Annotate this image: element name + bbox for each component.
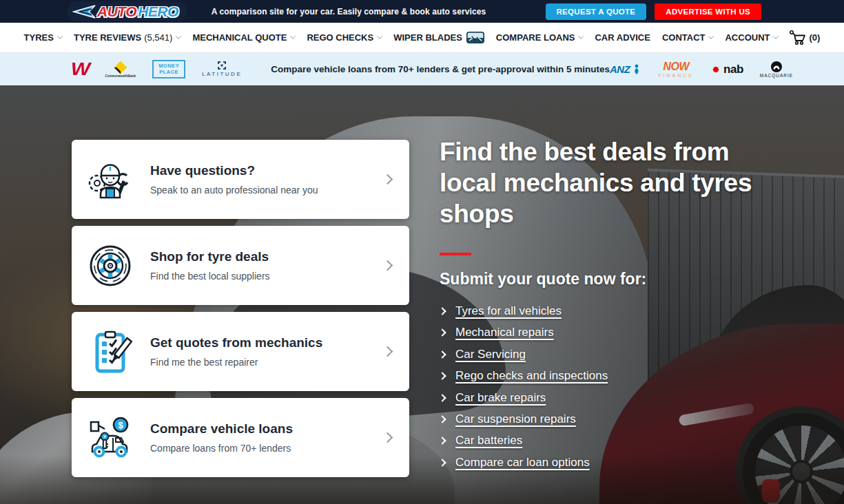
chevron-right-icon <box>382 346 393 357</box>
link-compare-car-loan-options[interactable]: Compare car loan options <box>455 456 590 470</box>
card-text: Get quotes from mechanics Find me the be… <box>150 335 322 368</box>
commonwealth-wordmark: CommonwealthBank <box>105 75 136 78</box>
card-tyre-deals[interactable]: Shop for tyre deals Find the best local … <box>72 226 409 305</box>
request-a-quote-button[interactable]: REQUEST A QUOTE <box>546 3 647 20</box>
chevron-right-icon <box>382 432 393 443</box>
link-rego-checks-and-inspections[interactable]: Rego checks and inspections <box>455 369 608 383</box>
hero-content: Find the best deals from local mechanics… <box>440 136 763 474</box>
link-car-batteries[interactable]: Car batteries <box>455 434 522 448</box>
card-text: Compare vehicle loans Compare loans from… <box>150 421 293 454</box>
list-item: Car suspension repairs <box>440 408 763 430</box>
link-mechanical-repairs[interactable]: Mechanical repairs <box>455 326 554 339</box>
card-title: Compare vehicle loans <box>150 421 293 437</box>
macquarie-arch-icon <box>771 61 782 72</box>
action-cards: Have questions? Speak to an auto profess… <box>72 140 409 477</box>
quote-links-list: Tyres for all vehicles Mechanical repair… <box>440 300 763 473</box>
latitude-icon <box>218 61 226 70</box>
clipboard-checklist-icon <box>88 330 132 374</box>
cart-button[interactable]: (0) <box>790 30 820 45</box>
finance-wordmark: FINANCE <box>658 73 694 78</box>
card-text: Have questions? Speak to an auto profess… <box>150 163 318 196</box>
loans-banner[interactable]: W CommonwealthBank MONEY PLACE <box>0 53 844 85</box>
nav-label: CAR ADVICE <box>595 32 650 43</box>
chevron-down-icon <box>377 33 382 39</box>
nav-item-compare-loans[interactable]: COMPARE LOANS <box>496 32 584 43</box>
card-compare-vehicle-loans[interactable]: $ Compare vehicle loans Compar <box>72 398 409 477</box>
chevron-down-icon <box>57 33 63 39</box>
nav-label: TYRES <box>24 32 54 43</box>
logo-text-auto: AUTO <box>97 3 136 20</box>
chevron-right-icon <box>438 415 446 423</box>
card-subtitle: Compare loans from 70+ lenders <box>150 443 293 454</box>
list-item: Car Servicing <box>440 344 763 365</box>
nav-item-rego-checks[interactable]: REGO CHECKS <box>307 32 382 43</box>
macquarie-logo: MACQUARIE <box>760 61 793 78</box>
main-navbar: TYRES TYRE REVIEWS(5,541) MECHANICAL QUO… <box>0 23 844 53</box>
tyre-icon <box>88 244 132 288</box>
moneyplace-line2: PLACE <box>159 69 178 75</box>
red-underline-bar <box>440 253 471 255</box>
card-quotes-from-mechanics[interactable]: Get quotes from mechanics Find me the be… <box>72 312 409 391</box>
advertise-with-us-button[interactable]: ADVERTISE WITH US <box>655 3 761 20</box>
car-loan-icon: $ <box>88 416 132 460</box>
chevron-down-icon <box>290 33 296 39</box>
anz-person-icon <box>632 64 641 75</box>
nav-item-account[interactable]: ACCOUNT <box>725 32 778 43</box>
chevron-down-icon <box>176 33 181 39</box>
nav-label: MECHANICAL QUOTE <box>192 32 287 43</box>
nab-star-icon <box>710 64 721 75</box>
link-car-servicing[interactable]: Car Servicing <box>455 348 526 361</box>
chevron-down-icon <box>578 33 584 39</box>
mechanic-icon <box>88 158 132 202</box>
card-subtitle: Find the best local suppliers <box>150 271 270 282</box>
card-title: Have questions? <box>150 163 318 178</box>
nav-label: COMPARE LOANS <box>496 32 575 43</box>
chevron-right-icon <box>438 350 446 358</box>
nab-logo: nab <box>710 63 743 76</box>
chevron-right-icon <box>382 174 393 185</box>
macquarie-wordmark: MACQUARIE <box>760 73 793 78</box>
nav-item-wiper-blades[interactable]: WIPER BLADES <box>393 32 484 43</box>
link-tyres-for-all-vehicles[interactable]: Tyres for all vehicles <box>455 304 562 318</box>
logo-text-hero: HERO <box>138 3 178 20</box>
card-title: Get quotes from mechanics <box>150 335 322 350</box>
card-subtitle: Find me the best repairer <box>150 357 322 368</box>
chevron-right-icon <box>438 372 446 380</box>
chevron-right-icon <box>382 260 393 271</box>
nav-item-contact[interactable]: CONTACT <box>662 32 714 43</box>
chevron-right-icon <box>438 437 446 445</box>
commonwealth-diamond-icon <box>114 61 127 74</box>
card-have-questions[interactable]: Have questions? Speak to an auto profess… <box>72 140 409 219</box>
chevron-down-icon <box>708 33 714 39</box>
nav-item-tyres[interactable]: TYRES <box>24 32 62 43</box>
hero-heading: Find the best deals from local mechanics… <box>440 136 756 229</box>
nav-item-tyre-reviews[interactable]: TYRE REVIEWS(5,541) <box>74 32 181 43</box>
moneyplace-logo: MONEY PLACE <box>152 60 185 78</box>
latitude-wordmark: LATITUDE <box>202 71 242 77</box>
topbar: AUTO HERO A comparison site for your car… <box>0 0 844 23</box>
banner-left-logos: W CommonwealthBank MONEY PLACE <box>72 59 242 79</box>
autohero-logo[interactable]: AUTO HERO <box>67 1 187 21</box>
list-item: Compare car loan options <box>440 452 763 473</box>
logo-wing-icon <box>72 5 96 19</box>
nav-label: REGO CHECKS <box>307 32 373 43</box>
anz-logo: ANZ <box>610 63 641 75</box>
westpac-logo: W <box>71 59 90 79</box>
nav-label: WIPER BLADES <box>393 32 462 43</box>
hero-subheading: Submit your quote now for: <box>440 270 763 288</box>
link-car-brake-repairs[interactable]: Car brake repairs <box>455 391 546 405</box>
svg-text:$: $ <box>118 420 123 430</box>
link-car-suspension-repairs[interactable]: Car suspension repairs <box>455 412 576 426</box>
nav-label: CONTACT <box>662 32 706 43</box>
chevron-right-icon <box>438 329 446 337</box>
nav-item-car-advice[interactable]: CAR ADVICE <box>595 32 650 43</box>
nab-wordmark: nab <box>723 63 743 76</box>
latitude-logo: LATITUDE <box>202 61 242 77</box>
card-title: Shop for tyre deals <box>150 249 270 264</box>
list-item: Car brake repairs <box>440 387 763 408</box>
now-finance-logo: NOW FINANCE <box>658 61 694 78</box>
chevron-right-icon <box>438 459 446 466</box>
nav-item-mechanical-quote[interactable]: MECHANICAL QUOTE <box>192 32 295 43</box>
site-tagline: A comparison site for your car. Easily c… <box>212 7 486 17</box>
card-subtitle: Speak to an auto professional near you <box>150 185 318 196</box>
